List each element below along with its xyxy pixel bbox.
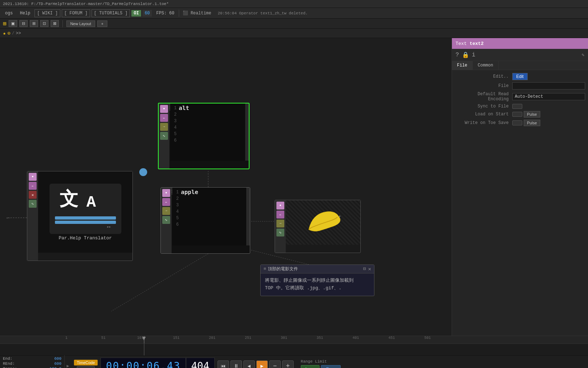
timecode-display[interactable]: 00:00:06.43 <box>101 358 186 368</box>
menu-forum[interactable]: [ FORUM ] <box>62 9 90 17</box>
divider <box>179 10 179 17</box>
btn-play[interactable]: ▶ <box>256 360 268 368</box>
layout-btn-3[interactable]: ⊞ <box>30 20 38 27</box>
transport-rend-row: REnd: 600 <box>3 362 61 366</box>
range-buttons: Loop Once <box>301 365 341 368</box>
tab-file[interactable]: File <box>452 61 473 70</box>
realtime-badge[interactable]: ⬛ Realtime <box>181 10 214 17</box>
par-btn-circle[interactable]: ● <box>29 173 37 181</box>
new-layout-btn[interactable]: New Layout <box>66 20 95 27</box>
panel-write-toggle[interactable] <box>512 120 522 125</box>
panel-write-pulse[interactable]: Pulse <box>524 120 540 126</box>
panel-icons-bar: ? 🔒 i ✎ <box>452 49 588 61</box>
tooltip-popup: ≡ 頂部的電影文件 ⊟ ✕ 將電影、靜止圖像或一系列靜止圖像加載到TOP 中。它… <box>260 264 374 296</box>
layout-btn-4[interactable]: ⊡ <box>40 20 48 27</box>
layout-btn-5[interactable]: ⊠ <box>51 20 59 27</box>
node-par[interactable]: ● ✏ ✕ ∿ 文 A ↔ Pa <box>27 171 133 261</box>
par-btn-brush[interactable]: ✏ <box>29 182 37 190</box>
tooltip-header: ≡ 頂部的電影文件 ⊟ ✕ <box>261 265 374 273</box>
oi-badge[interactable]: OI <box>131 10 141 17</box>
btn-minus[interactable]: − <box>269 360 281 368</box>
node-text2[interactable]: ● ✏ → ∿ 123456 alt _ _ _ _ _ <box>158 103 249 169</box>
rightpanel: Text text2 ? 🔒 i ✎ File Common Edit.. Ed… <box>452 38 588 336</box>
node-text1[interactable]: ● ✏ → ∿ 123456 apple _ _ _ _ _ <box>160 187 250 254</box>
panel-lock-icon[interactable]: 🔒 <box>462 51 469 59</box>
menu-help[interactable]: Help <box>17 10 33 17</box>
loop-btn[interactable]: Loop <box>301 365 320 368</box>
tempo-val: 120.0 <box>50 367 61 368</box>
once-btn[interactable]: Once <box>321 365 341 368</box>
text2-line-numbers: 123456 <box>172 105 177 159</box>
playhead-line <box>144 336 144 344</box>
chat-bubble <box>139 168 147 176</box>
panel-load-label: Load on Start <box>455 112 512 117</box>
panel-file-input[interactable] <box>512 82 585 89</box>
beats-btn[interactable]: Beats <box>77 366 95 368</box>
text2-btn-arrow[interactable]: → <box>160 123 168 131</box>
movie-btn-circle[interactable]: ● <box>276 202 284 210</box>
btn-back[interactable]: ◀ <box>243 360 255 368</box>
text1-btn-snake[interactable]: ∿ <box>162 216 170 224</box>
panel-info-icon[interactable]: i <box>472 52 476 58</box>
panel-sync-toggle[interactable] <box>512 104 522 109</box>
tooltip-menu-icon[interactable]: ⊟ <box>363 266 366 272</box>
par-btn-close[interactable]: ✕ <box>29 191 37 199</box>
transport-tempo-row: Tempo: 120.0 <box>3 367 61 368</box>
breadcrumb-path: >> <box>16 31 21 36</box>
ruler-351: 351 <box>317 336 323 340</box>
text1-btn-circle[interactable]: ● <box>162 189 170 197</box>
layout-btn-2[interactable]: ⊟ <box>19 20 28 27</box>
menu-tutorials[interactable]: [ TUTORIALS ] <box>92 9 130 17</box>
btn-pause[interactable]: ⏸ <box>230 360 242 368</box>
btn-plus[interactable]: + <box>282 360 294 368</box>
panel-row-edit: Edit.. Edit <box>455 73 585 80</box>
par-btn-snake[interactable]: ∿ <box>29 200 37 208</box>
text2-btn-brush[interactable]: ✏ <box>160 114 168 122</box>
rend-label: REnd: <box>3 362 15 366</box>
panel-edit-icon[interactable]: ✎ <box>582 52 584 58</box>
timecode-btn[interactable]: TimeCode <box>74 360 98 365</box>
text2-btn-circle[interactable]: ● <box>160 105 168 113</box>
tempo-label: Tempo: <box>3 367 17 368</box>
ruler-401: 401 <box>353 336 359 340</box>
new-layout-plus[interactable]: + <box>97 20 107 27</box>
tooltip-icon: ≡ <box>263 266 266 272</box>
panel-load-pulse[interactable]: Pulse <box>524 111 540 118</box>
timeline-track[interactable] <box>0 344 588 356</box>
text2-scrollbar[interactable] <box>245 104 249 161</box>
canvas[interactable]: ← ● ✏ → ∿ 123456 alt _ _ _ _ _ <box>0 38 452 336</box>
panel-row-file: File <box>455 82 585 89</box>
par-content: 文 A ↔ Par.Help Translator <box>38 171 132 253</box>
movie-btn-brush[interactable]: ✏ <box>276 211 284 218</box>
panel-edit-btn[interactable]: Edit <box>512 73 528 80</box>
node-text1-sidebar: ● ✏ → ∿ <box>161 188 172 253</box>
menu-wiki[interactable]: [ WIKI ] <box>34 9 60 17</box>
transport-end-row: End: 600 <box>3 356 61 361</box>
text2-code[interactable]: alt _ _ _ _ _ <box>179 105 189 159</box>
home-breadcrumb-icon[interactable]: ★ <box>3 30 6 36</box>
node-movie[interactable]: ● ✏ → ∿ moviefilein1 ○ <box>275 200 361 253</box>
movie-btn-arrow[interactable]: → <box>276 220 284 227</box>
ruler-1: 1 <box>65 336 67 340</box>
banana-svg <box>302 206 345 239</box>
text1-scrollbar[interactable] <box>246 188 250 245</box>
btn-rewind[interactable]: ⏮ <box>218 360 229 368</box>
text2-btn-snake[interactable]: ∿ <box>160 132 168 140</box>
ruler-201: 201 <box>209 336 215 340</box>
layout-btn-1[interactable]: ▣ <box>9 20 17 27</box>
text1-btn-arrow[interactable]: → <box>162 207 170 215</box>
transport-step-btn[interactable]: ▶ <box>65 363 71 368</box>
par-label: Par.Help Translator <box>59 235 112 241</box>
menu-ogs[interactable]: ogs <box>2 10 16 17</box>
tooltip-close-btn[interactable]: ✕ <box>368 266 371 272</box>
panel-help-icon[interactable]: ? <box>456 52 459 58</box>
tab-common[interactable]: Common <box>473 61 499 70</box>
movie-btn-snake[interactable]: ∿ <box>276 229 284 236</box>
home-icon[interactable]: ⊞ <box>3 20 6 27</box>
save-breadcrumb-icon[interactable]: ⊙ <box>7 30 10 36</box>
text1-line-numbers: 123456 <box>174 189 179 244</box>
text1-btn-brush[interactable]: ✏ <box>162 198 170 206</box>
panel-load-toggle[interactable] <box>512 112 522 117</box>
frame-display[interactable]: 404 <box>186 358 215 368</box>
text1-code[interactable]: apple _ _ _ _ _ <box>181 189 198 244</box>
